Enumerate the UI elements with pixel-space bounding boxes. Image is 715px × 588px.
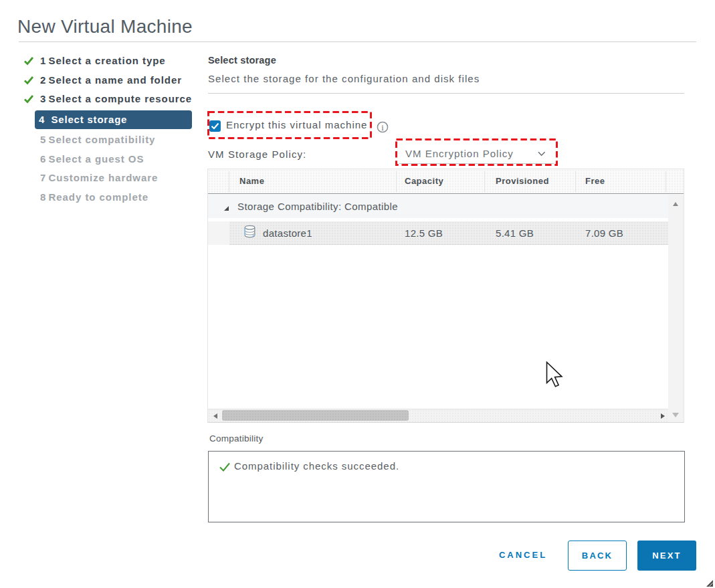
svg-text:i: i bbox=[381, 123, 384, 132]
